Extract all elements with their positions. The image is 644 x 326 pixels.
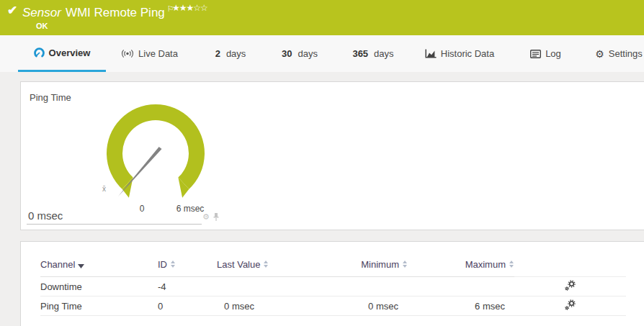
pin-icon[interactable]: [213, 212, 220, 222]
column-header-maximum[interactable]: Maximum: [408, 259, 514, 277]
tab-settings-label: Settings: [609, 48, 643, 59]
gauge-settings-gear-icon[interactable]: ⚙: [202, 213, 210, 221]
gauge-arc: [107, 104, 205, 189]
tab-30-days-label: days: [298, 48, 318, 59]
sensor-title-line: SensorWMI Remote Ping⚐: [22, 4, 174, 20]
sort-both-icon: [170, 260, 176, 268]
cell-maximum: 6 msec: [408, 296, 514, 316]
stars-empty: ☆☆: [193, 3, 207, 13]
cell-minimum: 0 msec: [264, 296, 408, 316]
tab-historic-data-label: Historic Data: [441, 48, 494, 59]
gauge-toolbar: ⚙: [202, 212, 220, 222]
cell-id: -4: [158, 277, 217, 296]
tab-30-days-number: 30: [282, 48, 292, 59]
tab-log[interactable]: Log: [526, 35, 565, 72]
tab-2-days[interactable]: 2 days: [209, 35, 252, 72]
gauge-icon: [34, 47, 45, 58]
tab-live-data-label: Live Data: [138, 48, 178, 59]
tab-overview[interactable]: Overview: [18, 35, 106, 72]
channel-table-panel: Channel ID Last Value Minimum Maximum: [20, 241, 644, 326]
cell-actions: [514, 296, 626, 316]
tab-365-days[interactable]: 365 days: [349, 35, 397, 72]
tab-log-label: Log: [545, 48, 561, 59]
tab-settings[interactable]: ⚙ Settings: [594, 35, 644, 72]
table-row-ping-time[interactable]: Ping Time 0 0 msec 0 msec 6 msec: [40, 296, 626, 316]
column-header-last-value[interactable]: Last Value: [217, 259, 264, 277]
channel-settings-gears-icon[interactable]: [565, 299, 576, 310]
table-header-row: Channel ID Last Value Minimum Maximum: [40, 259, 626, 277]
tab-2-days-number: 2: [215, 48, 220, 59]
broadcast-icon: [121, 49, 134, 58]
column-header-minimum[interactable]: Minimum: [264, 259, 408, 277]
gauge-min-label: 0: [131, 204, 153, 214]
page-title: WMI Remote Ping: [66, 6, 165, 19]
cell-id: 0: [158, 296, 217, 316]
tab-365-days-label: days: [374, 48, 393, 59]
area-chart-icon: [425, 49, 437, 58]
sensor-kind-label: Sensor: [22, 6, 61, 19]
cell-minimum: [264, 277, 408, 296]
tab-live-data[interactable]: Live Data: [115, 35, 184, 72]
column-header-channel[interactable]: Channel: [40, 259, 158, 277]
stars-filled: ★★★: [172, 3, 193, 13]
status-ok-check-icon: ✔: [7, 3, 17, 18]
status-badge: OK: [36, 22, 48, 30]
sensor-status-header: ✔ SensorWMI Remote Ping⚐ ★★★☆☆ OK: [0, 0, 644, 35]
tab-365-days-number: 365: [352, 48, 368, 59]
tab-bar: Overview Live Data 2 days 30 days 365 da…: [0, 35, 644, 72]
sort-both-icon: [402, 260, 408, 268]
cell-last-value: [217, 277, 264, 296]
tab-2-days-label: days: [226, 48, 246, 59]
gear-icon: ⚙: [595, 49, 604, 59]
sort-desc-icon: [78, 264, 84, 268]
gauge-panel: Ping Time x̄ 0 6 msec 0 msec ⚙: [20, 81, 644, 230]
tab-30-days[interactable]: 30 days: [278, 35, 321, 72]
table-row-downtime[interactable]: Downtime -4: [40, 277, 626, 296]
column-header-actions: [514, 259, 626, 277]
gauge-average-marker: x̄: [102, 185, 106, 193]
tab-overview-label: Overview: [49, 47, 91, 58]
cell-channel[interactable]: Ping Time: [40, 296, 158, 316]
priority-stars[interactable]: ★★★☆☆: [172, 3, 207, 13]
tab-historic-data[interactable]: Historic Data: [420, 35, 499, 72]
cell-actions: [514, 277, 626, 296]
gauge-divider: [27, 224, 202, 225]
cell-maximum: [408, 277, 514, 296]
gauge-current-value: 0 msec: [28, 209, 63, 222]
channel-table: Channel ID Last Value Minimum Maximum: [40, 259, 626, 316]
sort-both-icon: [263, 260, 269, 268]
sort-both-icon: [509, 260, 514, 268]
channel-settings-gears-icon[interactable]: [565, 280, 576, 291]
column-header-id[interactable]: ID: [158, 259, 217, 277]
log-list-icon: [530, 50, 541, 58]
cell-last-value: 0 msec: [217, 296, 264, 316]
cell-channel[interactable]: Downtime: [40, 277, 158, 296]
